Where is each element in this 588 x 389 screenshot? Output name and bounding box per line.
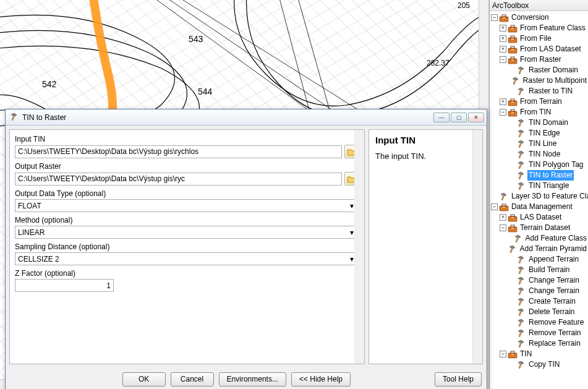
hammer-icon — [511, 77, 521, 85]
help-panel: Input TIN The input TIN. — [369, 129, 483, 364]
tree-expander[interactable]: − — [500, 56, 506, 63]
tool-item[interactable]: Raster to TIN — [491, 86, 588, 96]
toolset-item[interactable]: +From File — [491, 33, 588, 44]
tool-help-button[interactable]: Tool Help — [435, 372, 482, 387]
tree-label: Layer 3D to Feature Class — [510, 191, 588, 202]
toolset-item[interactable]: +From Terrain — [491, 96, 588, 107]
tool-item[interactable]: Replace Terrain — [491, 338, 588, 349]
tool-item[interactable]: Raster Domain — [491, 65, 588, 75]
method-label: Method (optional) — [15, 216, 359, 224]
tool-item[interactable]: Remove Terrain — [491, 328, 588, 338]
toolset-item[interactable]: −From TIN — [491, 107, 588, 118]
tree-expander — [508, 88, 515, 95]
toolbox-icon — [508, 213, 518, 222]
toolbox-icon — [499, 203, 509, 212]
dialog-titlebar[interactable]: TIN to Raster — ▢ ✕ — [6, 109, 487, 126]
tool-item[interactable]: Layer 3D to Feature Class — [491, 191, 588, 202]
hammer-icon — [516, 266, 526, 275]
close-button[interactable]: ✕ — [468, 113, 484, 122]
tool-item[interactable]: Delete Terrain — [491, 307, 588, 317]
tool-item[interactable]: Remove Feature — [491, 317, 588, 328]
minimize-button[interactable]: — — [433, 113, 450, 122]
toolset-item[interactable]: +From LAS Dataset — [491, 44, 588, 54]
hammer-icon — [516, 182, 526, 190]
toolbox-icon — [508, 45, 518, 54]
tree-label: Add Feature Class — [524, 233, 588, 244]
hammer-icon — [516, 129, 526, 138]
input-tin-field[interactable] — [15, 145, 342, 158]
method-select[interactable]: LINEAR ▾ — [15, 226, 359, 239]
tree-expander[interactable]: − — [500, 109, 506, 116]
toolset-item[interactable]: −Data Management — [491, 202, 588, 212]
tree-expander[interactable]: + — [500, 98, 506, 105]
toolset-item[interactable]: −TIN — [491, 349, 588, 359]
hide-help-button[interactable]: << Hide Help — [291, 372, 351, 387]
tree-expander[interactable]: + — [500, 214, 506, 221]
tool-item[interactable]: TIN Triangle — [491, 181, 588, 191]
zfactor-label: Z Factor (optional) — [15, 269, 359, 278]
zfactor-field[interactable] — [15, 279, 114, 292]
map-label: 542 — [42, 79, 56, 89]
dialog-title: TIN to Raster — [22, 113, 433, 122]
tree-expander[interactable]: − — [491, 203, 498, 210]
tree-label: Copy TIN — [527, 359, 561, 370]
tool-item[interactable]: Change Terrain — [491, 286, 588, 296]
tree-label: Data Management — [510, 202, 574, 212]
tool-item[interactable]: TIN Polygon Tag — [491, 160, 588, 170]
tool-item[interactable]: TIN to Raster — [491, 170, 588, 181]
hammer-icon — [516, 161, 526, 169]
tool-item[interactable]: TIN Line — [491, 139, 588, 149]
tree-label: Raster to Multipoint — [522, 75, 588, 86]
tree-expander[interactable]: + — [500, 46, 506, 53]
tree-label: From TIN — [519, 107, 552, 118]
tool-item[interactable]: Add Feature Class — [491, 233, 588, 244]
sampling-select[interactable]: CELLSIZE 2 ▾ — [15, 252, 359, 265]
output-type-label: Output Data Type (optional) — [15, 189, 359, 198]
tree-expander — [508, 182, 515, 189]
output-type-select[interactable]: FLOAT ▾ — [15, 199, 359, 212]
tree-label: From Terrain — [519, 96, 563, 107]
tree-expander[interactable]: + — [500, 25, 506, 32]
maximize-button[interactable]: ▢ — [451, 113, 467, 122]
toolbox-icon — [508, 224, 518, 233]
toolset-item[interactable]: +LAS Dataset — [491, 212, 588, 223]
tree-expander[interactable]: + — [500, 35, 506, 42]
tree-label: Change Terrain — [527, 286, 581, 296]
tree-expander[interactable]: − — [500, 224, 506, 231]
hammer-icon — [516, 119, 526, 127]
ok-button[interactable]: OK — [122, 372, 166, 387]
arctoolbox-tree[interactable]: −Conversion+From Feature Class+From File… — [490, 11, 588, 371]
tin-to-raster-dialog: TIN to Raster — ▢ ✕ Input TIN Output Ras… — [5, 109, 487, 389]
tool-item[interactable]: TIN Node — [491, 149, 588, 160]
toolset-item[interactable]: −Conversion — [491, 12, 588, 23]
tool-item[interactable]: Build Terrain — [491, 265, 588, 275]
toolset-item[interactable]: −From Raster — [491, 54, 588, 65]
tool-item[interactable]: Raster to Multipoint — [491, 75, 588, 86]
help-text: The input TIN. — [375, 152, 476, 161]
hammer-icon — [516, 329, 526, 338]
tool-item[interactable]: Change Terrain — [491, 275, 588, 286]
hammer-icon — [516, 287, 526, 296]
tree-label: TIN Polygon Tag — [527, 160, 585, 170]
tree-expander[interactable]: − — [491, 14, 498, 21]
tool-item[interactable]: Copy TIN — [491, 359, 588, 370]
toolbox-icon — [508, 98, 518, 106]
tool-item[interactable]: Append Terrain — [491, 254, 588, 265]
toolset-item[interactable]: +From Feature Class — [491, 23, 588, 33]
tree-expander — [508, 172, 515, 179]
hammer-icon — [499, 192, 509, 201]
tree-label: Append Terrain — [527, 254, 580, 265]
cancel-button[interactable]: Cancel — [171, 372, 214, 387]
tool-item[interactable]: Create Terrain — [491, 296, 588, 307]
help-scrollbar[interactable] — [472, 130, 482, 364]
tool-item[interactable]: TIN Edge — [491, 128, 588, 139]
form-scrollbar[interactable] — [354, 130, 364, 364]
tree-expander — [491, 193, 498, 200]
toolset-item[interactable]: −Terrain Dataset — [491, 223, 588, 233]
tool-item[interactable]: Add Terrain Pyramid — [491, 244, 588, 254]
tree-expander[interactable]: − — [500, 351, 506, 357]
tool-item[interactable]: TIN Domain — [491, 118, 588, 128]
output-raster-field[interactable] — [15, 173, 342, 186]
environments-button[interactable]: Environments... — [219, 372, 286, 387]
tree-label: From File — [519, 33, 553, 44]
